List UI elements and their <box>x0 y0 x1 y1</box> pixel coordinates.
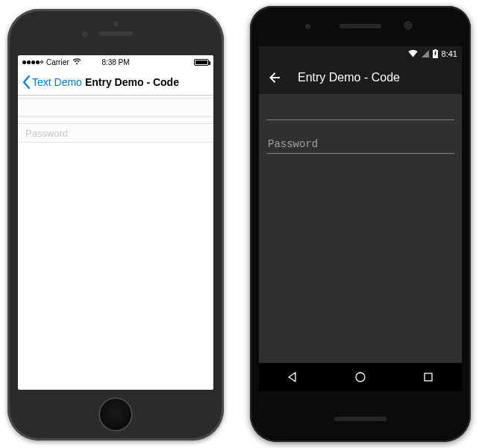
android-camera <box>404 21 413 30</box>
android-content <box>259 94 462 173</box>
battery-icon <box>194 59 209 66</box>
iphone-device-frame: Carrier 8:38 PM Text Demo Entry <box>7 9 224 441</box>
page-title: Entry Demo - Code <box>298 71 400 84</box>
battery-icon <box>433 49 438 58</box>
back-button[interactable] <box>268 71 281 84</box>
text-entry-field[interactable] <box>18 98 213 117</box>
arrow-left-icon <box>268 71 281 84</box>
android-app-bar: Entry Demo - Code <box>259 61 462 94</box>
iphone-camera <box>82 31 88 37</box>
iphone-screen: Carrier 8:38 PM Text Demo Entry <box>18 55 213 390</box>
cellular-icon <box>422 50 429 57</box>
password-entry-field[interactable] <box>266 134 454 154</box>
page-title: Entry Demo - Code <box>85 76 179 88</box>
android-screen: 8:41 Entry Demo - Code <box>259 46 462 391</box>
iphone-earpiece <box>98 31 133 36</box>
ios-navigation-bar: Text Demo Entry Demo - Code <box>18 69 213 96</box>
nav-recent-button[interactable] <box>422 371 434 383</box>
text-entry-field[interactable] <box>266 100 454 120</box>
nav-back-button[interactable] <box>287 371 298 383</box>
android-chin-speaker <box>334 417 386 421</box>
android-earpiece <box>339 24 381 28</box>
nav-home-button[interactable] <box>354 371 366 383</box>
iphone-sensor <box>113 21 119 26</box>
back-button[interactable]: Text Demo <box>22 75 82 89</box>
clock-label: 8:38 PM <box>101 58 129 66</box>
svg-point-0 <box>356 373 365 382</box>
chevron-left-icon <box>22 75 31 89</box>
clock-label: 8:41 <box>442 49 457 58</box>
android-status-bar: 8:41 <box>259 46 462 61</box>
wifi-icon <box>408 50 418 57</box>
android-device-frame: 8:41 Entry Demo - Code <box>250 6 471 442</box>
home-button[interactable] <box>98 397 133 432</box>
ios-content <box>18 96 213 143</box>
password-entry-field[interactable] <box>18 123 213 143</box>
ios-status-bar: Carrier 8:38 PM <box>18 55 213 69</box>
back-label: Text Demo <box>32 76 82 88</box>
android-navigation-bar <box>259 363 462 391</box>
android-sensor <box>305 24 310 29</box>
svg-rect-1 <box>425 373 432 381</box>
